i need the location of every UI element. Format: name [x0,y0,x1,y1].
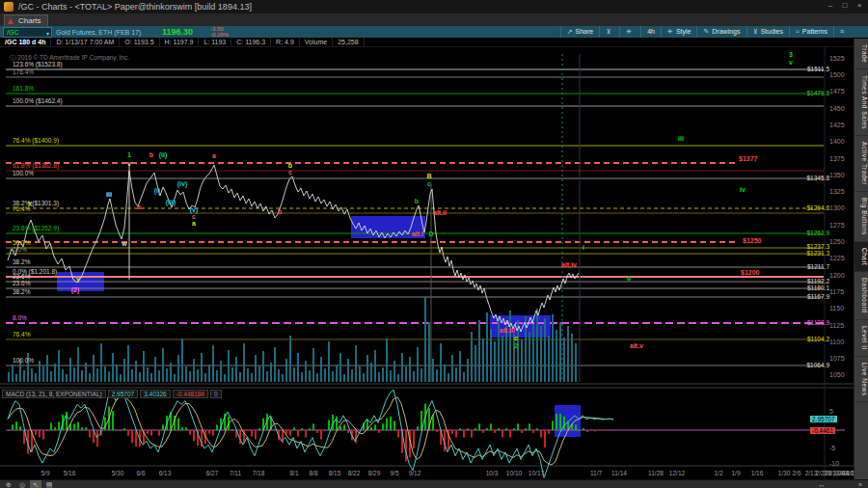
wave-label[interactable]: a [137,203,141,210]
wave-label[interactable]: iv [740,186,746,193]
wave-label[interactable]: 3 [789,51,793,58]
studies-button[interactable]: ⊻Studies [746,26,789,38]
volume-bar [247,368,249,382]
wave-label[interactable]: i [583,244,584,251]
volume-bar [42,366,44,382]
volume-bar [204,373,206,382]
wave-label[interactable]: alt.v [630,342,643,349]
wave-label[interactable]: (i) [154,187,161,194]
wave-label[interactable]: a [212,152,216,159]
wave-label[interactable]: w [122,240,126,247]
fib-level-label: 76.4% [13,331,30,338]
sidebar-tab-live-news[interactable]: Live News [854,357,868,402]
minimize-button[interactable]: – [824,1,837,13]
trade-price-label[interactable]: $1377 [739,155,757,162]
wave-label[interactable]: (ii) [159,151,168,158]
wave-label[interactable]: (v) [190,206,199,213]
close-button[interactable]: × [853,1,866,13]
wave-label[interactable]: alt.ii [433,209,447,216]
wave-label[interactable]: c [288,169,292,176]
price-axis-tick: 1050 [829,371,845,378]
patterns-button[interactable]: ≈Patterns [789,26,833,38]
menu-button[interactable]: ≡ [833,26,853,38]
pan-icon[interactable]: ⊕ [3,480,14,488]
macd-histogram-bar [409,430,411,458]
sidebar-tab-big-buttons[interactable]: Big Buttons [854,192,868,242]
wave-label[interactable]: b [415,198,419,204]
macd-study-label[interactable]: MACD (13, 21, 8, EXPONENTIAL) [2,390,106,398]
wave-label[interactable]: alt.i [412,230,423,237]
wave-label[interactable]: D [428,230,433,237]
volume-bar [212,345,214,382]
volume-bar [305,361,307,382]
scroll-right-icon[interactable]: » [854,480,866,488]
sidebar-tab-level-ii[interactable]: Level II [854,320,868,357]
wave-label[interactable]: v [789,59,793,66]
fib-level-label: 76.4% ($1400.9) [13,137,59,144]
wave-label[interactable]: II [627,275,631,282]
symbol-value: /GC [7,29,18,36]
volume-bar [289,336,291,382]
wave-label[interactable]: v [127,160,131,167]
macd-histogram-bar [220,419,222,430]
share-button[interactable]: ↗Share [560,26,600,38]
date-axis-tick: 8/8 [309,470,317,476]
wave-label[interactable]: B [426,173,431,179]
maximize-button[interactable]: □ [838,1,852,13]
symbol-input[interactable]: /GC ▾ [3,27,52,38]
wave-label[interactable]: c [427,180,431,187]
timeframe-button[interactable]: 4h [640,26,661,38]
toolbar-buttons: ↗Share⊻✳4h✳Style✎Drawings⊻Studies≈Patter… [560,26,853,38]
wave-label[interactable]: alt.iv [561,261,577,268]
wave-label[interactable]: Y [76,277,81,284]
wave-label[interactable]: 2 [514,342,518,349]
highlight-box[interactable] [555,405,581,437]
volume-bar [420,368,422,382]
wave-label[interactable]: (iv) [177,180,188,187]
fib-level-label: 100.0% [13,357,34,364]
wave-label[interactable]: c [192,213,196,220]
wave-label[interactable]: (iii) [166,199,176,205]
flask-button[interactable]: ⊻ [599,26,619,38]
sidebar-tab-trade[interactable]: Trade [854,39,868,69]
macd-histogram-bar [127,430,129,436]
date-axis-tick: 10/3 [486,470,499,476]
wave-label[interactable]: 1 [127,151,131,158]
price-bubble: $1104.2 [777,336,829,342]
sidebar-tab-chart[interactable]: Chart [854,242,868,272]
macd-histogram-bar [328,420,330,430]
wave-label[interactable]: c [514,335,518,341]
wave-label[interactable]: alt.iii [500,327,515,334]
gear-icon: ✳ [626,28,632,35]
ohlc-cell: 25,258 [333,38,364,46]
wave-label[interactable]: b [149,151,153,158]
wave-label[interactable]: b [288,162,292,169]
volume-bar [197,369,199,382]
gear-button[interactable]: ✳ [619,26,640,38]
wave-label[interactable]: (2) [71,286,80,293]
cursor-icon[interactable]: ↖ [30,480,41,488]
sidebar-tab-active-trader[interactable]: Active Trader [854,136,868,192]
volume-bar [432,359,434,382]
volume-bar [46,355,48,382]
volume-bar [251,373,253,382]
macd-histogram-bar [89,430,91,438]
fib-level-label: 176.4% [13,68,34,75]
volume-bar [401,353,403,382]
expand-icon[interactable]: ↔ [816,480,827,488]
style-button[interactable]: ✳Style [661,26,696,38]
grid-icon[interactable]: ▤ [43,480,55,488]
trade-price-label[interactable]: $1200 [741,269,759,276]
wave-label[interactable]: X [28,201,33,207]
sidebar-tab-times-and-sales[interactable]: Times And Sales [854,69,868,136]
wave-label[interactable]: a [192,220,196,227]
drawings-button[interactable]: ✎Drawings [696,26,746,38]
zoom-icon[interactable]: ◎ [16,480,28,488]
wave-label[interactable]: iii [678,135,684,142]
wave-label[interactable]: b [278,208,282,215]
wave-label[interactable]: iii [106,191,112,198]
macd-histogram-bar [378,430,380,433]
volume-bar [8,372,10,382]
trade-price-label[interactable]: $1250 [743,237,761,244]
sidebar-tab-dashboard[interactable]: Dashboard [854,272,868,319]
